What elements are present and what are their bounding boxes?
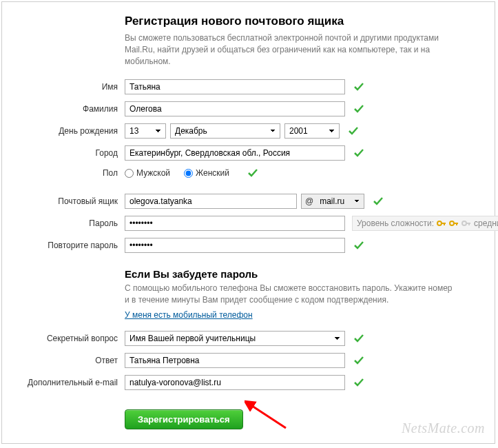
label-mailbox: Почтовый ящик	[9, 196, 125, 206]
last-name-input[interactable]	[125, 101, 345, 116]
watermark: NetsMate.com	[402, 420, 485, 436]
check-icon	[373, 196, 384, 207]
svg-point-2	[462, 221, 466, 225]
mailbox-domain-select[interactable]: mail.ru	[315, 194, 364, 208]
password-repeat-input[interactable]	[125, 238, 345, 253]
svg-point-1	[450, 221, 454, 225]
at-sign: @	[302, 196, 315, 206]
forgot-section-text: С помощью мобильного телефона Вы сможете…	[125, 283, 455, 306]
mailbox-input[interactable]	[125, 194, 297, 209]
check-icon	[353, 333, 364, 344]
label-city: Город	[9, 148, 125, 158]
password-strength-indicator: Уровень сложности: средний	[352, 216, 498, 231]
register-button[interactable]: Зарегистрироваться	[125, 409, 243, 429]
extra-email-input[interactable]	[125, 375, 345, 390]
gender-male-option[interactable]: Мужской	[125, 168, 170, 178]
mailbox-domain-box: @ mail.ru	[301, 194, 364, 209]
city-input[interactable]	[125, 145, 345, 161]
check-icon	[353, 81, 364, 92]
birthday-day-select[interactable]: 13	[125, 123, 166, 139]
label-last-name: Фамилия	[9, 104, 125, 114]
key-icon	[449, 218, 459, 228]
key-icon	[437, 218, 446, 228]
forgot-section-title: Если Вы забудете пароль	[125, 268, 455, 280]
check-icon	[353, 377, 364, 388]
pw-strength-label: Уровень сложности:	[357, 218, 434, 228]
label-first-name: Имя	[9, 82, 125, 92]
label-extra-email: Дополнительный e-mail	[9, 378, 125, 387]
birthday-month-select[interactable]: Декабрь	[170, 123, 280, 139]
have-phone-link[interactable]: У меня есть мобильный телефон	[125, 310, 253, 320]
label-secret-question: Секретный вопрос	[9, 334, 125, 343]
password-input[interactable]	[125, 216, 345, 231]
first-name-input[interactable]	[125, 79, 345, 94]
check-icon	[247, 167, 258, 179]
check-icon	[353, 355, 364, 366]
key-icon	[461, 218, 471, 228]
check-icon	[353, 103, 364, 114]
gender-male-radio[interactable]	[125, 169, 134, 178]
gender-female-radio[interactable]	[184, 169, 193, 178]
label-gender: Пол	[9, 168, 125, 178]
label-password: Пароль	[9, 218, 125, 228]
gender-male-label: Мужской	[136, 168, 170, 178]
gender-female-option[interactable]: Женский	[184, 168, 229, 178]
label-answer: Ответ	[9, 356, 125, 365]
page-intro: Вы сможете пользоваться бесплатной элект…	[125, 32, 455, 67]
pw-strength-value: средний	[474, 218, 498, 228]
check-icon	[348, 125, 359, 136]
answer-input[interactable]	[125, 353, 345, 368]
check-icon	[353, 147, 364, 159]
birthday-year-select[interactable]: 2001	[284, 123, 340, 139]
label-password-repeat: Повторите пароль	[9, 241, 125, 250]
label-birthday: День рождения	[9, 126, 125, 136]
page-title: Регистрация нового почтового ящика	[125, 14, 455, 28]
gender-female-label: Женский	[196, 168, 229, 178]
secret-question-select[interactable]: Имя Вашей первой учительницы	[125, 331, 345, 346]
svg-point-0	[437, 221, 442, 225]
check-icon	[353, 240, 364, 251]
